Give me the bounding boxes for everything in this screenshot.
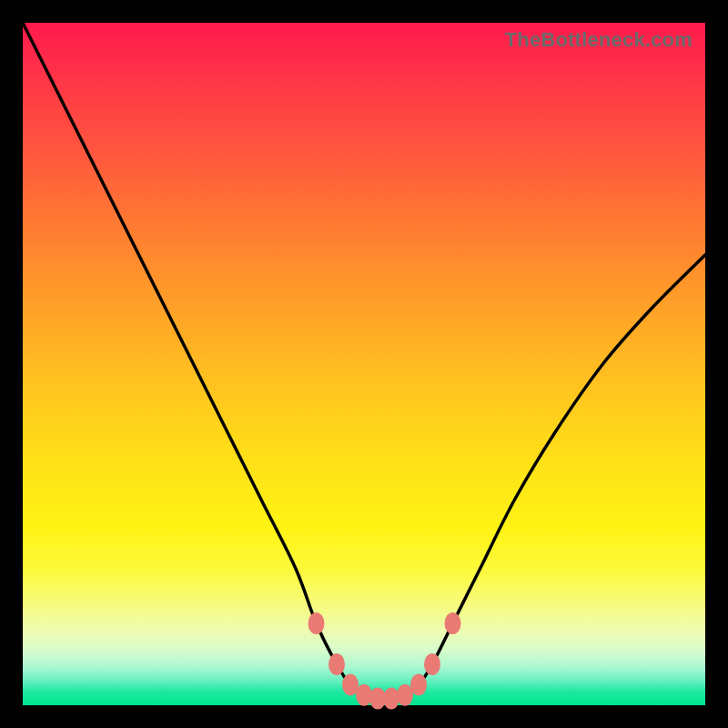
chart-frame: TheBottleneck.com <box>0 0 728 728</box>
curve-marker <box>445 612 461 634</box>
curve-marker <box>383 688 399 710</box>
marker-group <box>308 612 461 710</box>
curve-marker <box>410 674 427 696</box>
bottleneck-curve <box>23 23 705 705</box>
curve-marker <box>329 653 345 675</box>
plot-area: TheBottleneck.com <box>23 23 705 705</box>
curve-marker <box>308 612 325 634</box>
curve-marker <box>424 653 440 675</box>
curve-path <box>23 23 705 699</box>
curve-marker <box>356 684 372 706</box>
